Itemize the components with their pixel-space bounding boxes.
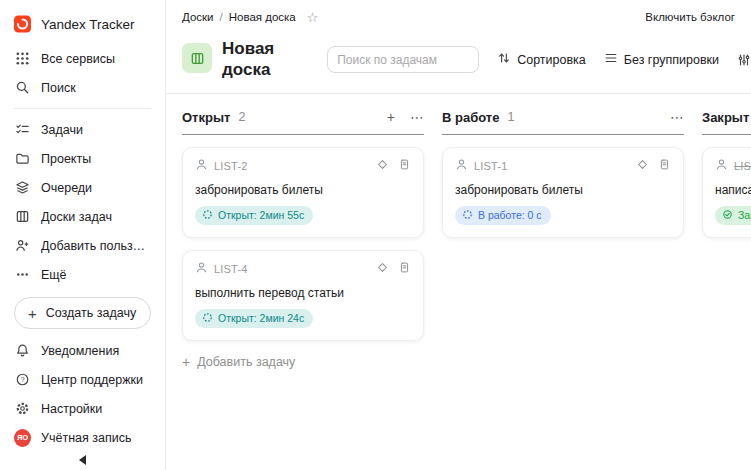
enable-backlog-link[interactable]: Включить бэклог	[645, 11, 735, 23]
sidebar-item-label: Проекты	[41, 152, 91, 166]
add-card-button[interactable]: +	[387, 110, 395, 124]
sort-control[interactable]: Сортировка	[497, 51, 586, 68]
column-actions: + ⋯	[387, 110, 424, 124]
plus-icon: +	[182, 355, 190, 369]
assignee-icon	[715, 158, 728, 174]
sidebar-item-label: Добавить пользователя	[41, 239, 151, 253]
add-user-icon	[14, 237, 31, 254]
column-actions: ⋯	[670, 110, 684, 124]
sidebar-item-search[interactable]: Поиск	[0, 73, 165, 102]
assignee-icon	[195, 158, 208, 174]
projects-icon	[14, 150, 31, 167]
breadcrumb: Доски / Новая доска ☆	[182, 10, 318, 25]
board-column-in-progress: В работе 1 ⋯ LIST-1	[442, 110, 684, 470]
column-count: 2	[238, 110, 245, 124]
sidebar-item-label: Поиск	[41, 81, 76, 95]
status-open-icon	[202, 209, 213, 222]
sidebar-item-all-services[interactable]: Все сервисы	[0, 44, 165, 73]
task-title: выполнить перевод статьи	[195, 286, 411, 300]
sidebar-item-label: Все сервисы	[41, 52, 115, 66]
task-title: забронировать билеты	[195, 183, 411, 197]
favorite-star-icon[interactable]: ☆	[307, 10, 319, 25]
app-title: Yandex Tracker	[41, 17, 135, 32]
sidebar-item-support[interactable]: ? Центр поддержки	[0, 365, 165, 394]
breadcrumb-current: Новая доска	[229, 11, 296, 23]
sidebar-item-projects[interactable]: Проекты	[0, 144, 165, 173]
board-header: Новая доска Сортировка Без группировки	[166, 34, 751, 93]
breadcrumb-parent[interactable]: Доски	[182, 11, 214, 23]
sidebar-item-more[interactable]: Ещё	[0, 260, 165, 289]
column-title: Закрыт	[702, 110, 749, 125]
board-settings-icon[interactable]	[737, 53, 751, 67]
sidebar-item-label: Ещё	[41, 268, 67, 282]
app-logo[interactable]: Yandex Tracker	[0, 6, 165, 42]
status-in-progress-icon	[462, 209, 473, 222]
task-key: LIST-1	[474, 160, 508, 172]
priority-diamond-icon	[636, 158, 649, 174]
sidebar-item-tasks[interactable]: Задачи	[0, 115, 165, 144]
task-card[interactable]: LIST-4 выполнить перевод статьи	[182, 250, 424, 341]
task-key: LIST-2	[214, 160, 248, 172]
sidebar-item-label: Центр поддержки	[41, 373, 143, 387]
board-column-closed: Закрыт LIST-3 написать Закрыт: 0	[702, 110, 751, 470]
description-icon	[398, 158, 411, 174]
svg-text:?: ?	[20, 375, 24, 384]
topbar: Доски / Новая доска ☆ Включить бэклог	[166, 0, 751, 34]
status-badge: Открыт: 2мин 24с	[195, 309, 313, 328]
breadcrumb-separator: /	[220, 11, 223, 23]
column-menu-button[interactable]: ⋯	[410, 110, 424, 124]
add-task-link[interactable]: + Добавить задачу	[182, 355, 424, 369]
tasks-icon	[14, 121, 31, 138]
grouping-control[interactable]: Без группировки	[604, 51, 719, 68]
task-card[interactable]: LIST-1 забронировать билеты	[442, 147, 684, 238]
page-title: Новая доска	[222, 38, 327, 81]
sidebar-item-queues[interactable]: Очереди	[0, 173, 165, 202]
create-task-label: Создать задачу	[46, 306, 136, 320]
boards-icon	[14, 208, 31, 225]
sidebar-item-notifications[interactable]: Уведомления	[0, 336, 165, 365]
sidebar-divider	[14, 108, 151, 109]
sidebar-item-account[interactable]: ЯО Учётная запись	[0, 423, 165, 452]
column-count: 1	[507, 110, 514, 124]
sidebar-item-settings[interactable]: Настройки	[0, 394, 165, 423]
create-task-button[interactable]: + Создать задачу	[14, 297, 151, 329]
grouping-label: Без группировки	[624, 53, 719, 67]
board-controls: Сортировка Без группировки	[327, 38, 751, 73]
app-window: Yandex Tracker Все сервисы Поиск Задачи	[0, 0, 751, 470]
sidebar: Yandex Tracker Все сервисы Поиск Задачи	[0, 0, 166, 470]
task-key: LIST-4	[214, 263, 248, 275]
main-area: Доски / Новая доска ☆ Включить бэклог Но…	[166, 0, 751, 470]
collapse-arrow-icon	[79, 455, 86, 465]
task-card[interactable]: LIST-2 забронировать билеты	[182, 147, 424, 238]
sidebar-item-boards[interactable]: Доски задач	[0, 202, 165, 231]
column-menu-button[interactable]: ⋯	[670, 110, 684, 124]
board-type-icon	[182, 43, 212, 73]
task-title: забронировать билеты	[455, 183, 671, 197]
sidebar-bottom-group: Уведомления ? Центр поддержки Настройки …	[0, 336, 165, 470]
board-column-open: Открыт 2 + ⋯ LIST-2	[182, 110, 424, 470]
column-header: В работе 1 ⋯	[442, 110, 684, 135]
task-search-input[interactable]	[327, 46, 479, 73]
sidebar-collapse-button[interactable]	[0, 452, 165, 468]
grouping-lines-icon	[604, 51, 618, 68]
status-closed-check-icon	[722, 209, 733, 222]
sidebar-item-label: Настройки	[41, 402, 102, 416]
kanban-board: Открыт 2 + ⋯ LIST-2	[166, 94, 751, 470]
help-icon: ?	[14, 371, 31, 388]
status-open-icon	[202, 312, 213, 325]
priority-diamond-icon	[376, 158, 389, 174]
yandex-tracker-logo-icon	[14, 16, 31, 33]
more-icon	[14, 266, 31, 283]
grid-icon	[14, 50, 31, 67]
task-title: написать	[715, 183, 751, 197]
queues-icon	[14, 179, 31, 196]
bell-icon	[14, 342, 31, 359]
sidebar-item-add-user[interactable]: Добавить пользователя	[0, 231, 165, 260]
account-avatar: ЯО	[14, 429, 31, 446]
column-title: Открыт	[182, 110, 230, 125]
sidebar-item-label: Задачи	[41, 123, 83, 137]
task-card[interactable]: LIST-3 написать Закрыт: 0 с	[702, 147, 751, 238]
sort-arrows-icon	[497, 51, 511, 68]
column-title: В работе	[442, 110, 499, 125]
sort-label: Сортировка	[517, 53, 586, 67]
